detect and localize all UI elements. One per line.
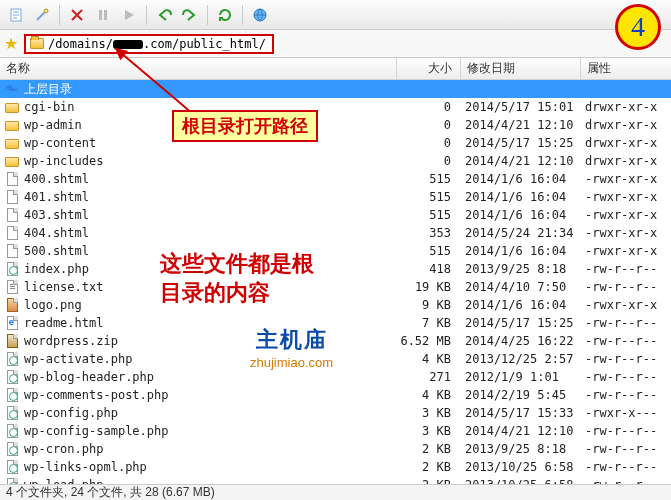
file-size: 515 — [395, 244, 459, 258]
table-row[interactable]: 403.shtml5152014/1/6 16:04-rwxr-xr-x — [0, 206, 671, 224]
file-date: 2012/1/9 1:01 — [459, 370, 579, 384]
file-name: 500.shtml — [24, 244, 89, 258]
col-date[interactable]: 修改日期 — [461, 58, 581, 79]
pause-icon[interactable] — [91, 3, 115, 27]
table-row[interactable]: wp-load.php2 KB2013/10/25 6:58-rw-r--r-- — [0, 476, 671, 484]
file-name: logo.png — [24, 298, 82, 312]
file-date: 2013/10/25 6:58 — [459, 460, 579, 474]
file-icon — [4, 243, 20, 259]
php-icon — [4, 423, 20, 439]
table-row[interactable]: wp-activate.php4 KB2013/12/25 2:57-rw-r-… — [0, 350, 671, 368]
table-row[interactable]: wp-includes02014/4/21 12:10drwxr-xr-x — [0, 152, 671, 170]
cancel-icon[interactable] — [65, 3, 89, 27]
table-row[interactable]: index.php4182013/9/25 8:18-rw-r--r-- — [0, 260, 671, 278]
wand-icon[interactable] — [30, 3, 54, 27]
back-icon[interactable] — [152, 3, 176, 27]
file-name: readme.html — [24, 316, 103, 330]
html-icon — [4, 315, 20, 331]
file-date: 2014/1/6 16:04 — [459, 190, 579, 204]
table-row[interactable]: wp-admin02014/4/21 12:10drwxr-xr-x — [0, 116, 671, 134]
file-date: 2014/1/6 16:04 — [459, 208, 579, 222]
file-size: 0 — [395, 118, 459, 132]
file-icon — [4, 189, 20, 205]
file-size: 4 KB — [395, 352, 459, 366]
file-attr: -rw-r--r-- — [579, 316, 669, 330]
file-size: 4 KB — [395, 388, 459, 402]
table-row[interactable]: wordpress.zip6.52 MB2014/4/25 16:22-rw-r… — [0, 332, 671, 350]
txt-icon — [4, 279, 20, 295]
file-date: 2014/4/21 12:10 — [459, 154, 579, 168]
zip-icon — [4, 333, 20, 349]
php-icon — [4, 459, 20, 475]
step-badge: 4 — [615, 4, 661, 50]
file-date: 2014/4/21 12:10 — [459, 118, 579, 132]
file-size: 515 — [395, 190, 459, 204]
file-attr: -rw-r--r-- — [579, 262, 669, 276]
play-icon[interactable] — [117, 3, 141, 27]
file-date: 2014/2/19 5:45 — [459, 388, 579, 402]
file-date: 2013/9/25 8:18 — [459, 262, 579, 276]
table-row[interactable]: 401.shtml5152014/1/6 16:04-rwxr-xr-x — [0, 188, 671, 206]
refresh-icon[interactable] — [213, 3, 237, 27]
table-row[interactable]: 上层目录 — [0, 80, 671, 98]
file-size: 515 — [395, 172, 459, 186]
table-row[interactable]: 400.shtml5152014/1/6 16:04-rwxr-xr-x — [0, 170, 671, 188]
file-attr: -rw-r--r-- — [579, 280, 669, 294]
document-icon[interactable] — [4, 3, 28, 27]
file-size: 19 KB — [395, 280, 459, 294]
table-row[interactable]: wp-cron.php2 KB2013/9/25 8:18-rw-r--r-- — [0, 440, 671, 458]
file-attr: -rwxr-xr-x — [579, 190, 669, 204]
table-row[interactable]: cgi-bin02014/5/17 15:01drwxr-xr-x — [0, 98, 671, 116]
file-date: 2014/5/17 15:33 — [459, 406, 579, 420]
file-size: 515 — [395, 208, 459, 222]
file-attr: -rwxr-xr-x — [579, 226, 669, 240]
file-date: 2014/1/6 16:04 — [459, 172, 579, 186]
file-name: wp-content — [24, 136, 96, 150]
toolbar — [0, 0, 671, 30]
file-attr: drwxr-xr-x — [579, 136, 669, 150]
file-name: 403.shtml — [24, 208, 89, 222]
file-size: 2 KB — [395, 442, 459, 456]
table-row[interactable]: wp-content02014/5/17 15:25drwxr-xr-x — [0, 134, 671, 152]
file-icon — [4, 171, 20, 187]
file-attr: -rw-r--r-- — [579, 352, 669, 366]
favorite-icon[interactable]: ★ — [4, 34, 18, 53]
file-attr: drwxr-xr-x — [579, 118, 669, 132]
file-name: wp-activate.php — [24, 352, 132, 366]
file-date: 2014/4/21 12:10 — [459, 424, 579, 438]
forward-icon[interactable] — [178, 3, 202, 27]
folder-icon — [4, 117, 20, 133]
table-row[interactable]: logo.png9 KB2014/1/6 16:04-rwxr-xr-x — [0, 296, 671, 314]
table-row[interactable]: wp-config.php3 KB2014/5/17 15:33-rwxr-x-… — [0, 404, 671, 422]
file-attr: -rw-r--r-- — [579, 334, 669, 348]
file-name: wp-includes — [24, 154, 103, 168]
table-row[interactable]: wp-config-sample.php3 KB2014/4/21 12:10-… — [0, 422, 671, 440]
file-date: 2014/1/6 16:04 — [459, 244, 579, 258]
svg-point-1 — [44, 9, 48, 13]
php-icon — [4, 369, 20, 385]
table-row[interactable]: 404.shtml3532014/5/24 21:34-rwxr-xr-x — [0, 224, 671, 242]
col-size[interactable]: 大小 — [397, 58, 461, 79]
file-size: 353 — [395, 226, 459, 240]
php-icon — [4, 441, 20, 457]
address-input[interactable]: /domains/.com/public_html/ — [24, 34, 274, 54]
folder-icon — [4, 99, 20, 115]
table-row[interactable]: wp-comments-post.php4 KB2014/2/19 5:45-r… — [0, 386, 671, 404]
file-name: wordpress.zip — [24, 334, 118, 348]
png-icon — [4, 297, 20, 313]
file-name: 404.shtml — [24, 226, 89, 240]
file-icon — [4, 207, 20, 223]
col-attr[interactable]: 属性 — [581, 58, 671, 79]
file-name: wp-links-opml.php — [24, 460, 147, 474]
file-size: 0 — [395, 154, 459, 168]
table-row[interactable]: 500.shtml5152014/1/6 16:04-rwxr-xr-x — [0, 242, 671, 260]
table-row[interactable]: wp-links-opml.php2 KB2013/10/25 6:58-rw-… — [0, 458, 671, 476]
file-list[interactable]: 上层目录cgi-bin02014/5/17 15:01drwxr-xr-xwp-… — [0, 80, 671, 484]
table-row[interactable]: license.txt19 KB2014/4/10 7:50-rw-r--r-- — [0, 278, 671, 296]
globe-icon[interactable] — [248, 3, 272, 27]
up-icon — [4, 81, 20, 97]
file-name: license.txt — [24, 280, 103, 294]
table-row[interactable]: readme.html7 KB2014/5/17 15:25-rw-r--r-- — [0, 314, 671, 332]
col-name[interactable]: 名称 — [0, 58, 397, 79]
table-row[interactable]: wp-blog-header.php2712012/1/9 1:01-rw-r-… — [0, 368, 671, 386]
